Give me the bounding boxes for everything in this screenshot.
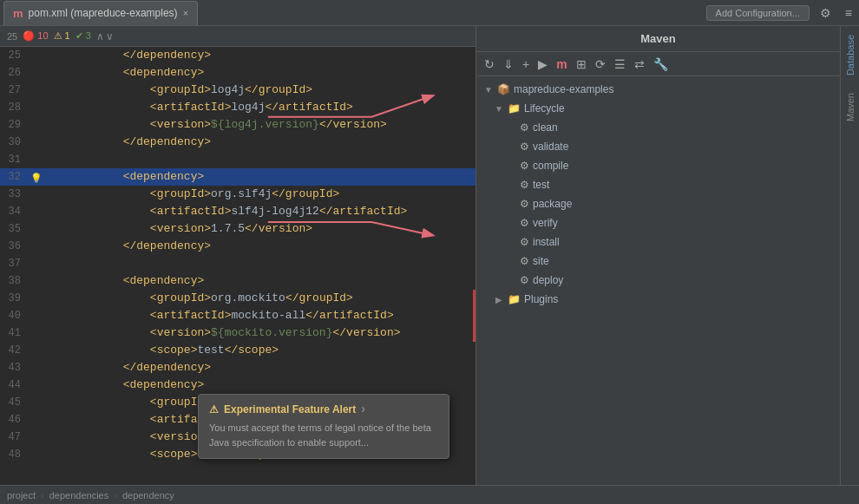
settings-button[interactable]: ⚙ (816, 4, 835, 22)
breadcrumb-dependency[interactable]: dependency (122, 490, 174, 501)
breadcrumb-dependencies[interactable]: dependencies (49, 490, 109, 501)
code-line-42: 42 <scope>test</scope> (0, 342, 475, 359)
line-number: 29 (3, 119, 28, 131)
tab-bar: m pom.xml (mapreduce-examples) × Add Con… (0, 0, 859, 26)
line-number: 33 (3, 188, 28, 200)
maven-lifecycle-deploy[interactable]: ⚙ deploy (476, 271, 840, 290)
line-number: 32 (3, 171, 28, 183)
code-text: <groupId>log4j</groupId> (42, 82, 475, 99)
plugins-label: Plugins (524, 293, 558, 305)
tab-label: pom.xml (mapreduce-examples) (29, 7, 178, 19)
pom-xml-tab[interactable]: m pom.xml (mapreduce-examples) × (3, 1, 198, 25)
maven-tree: ▼ 📦 mapreduce-examples ▼ 📁 Lifecycle ⚙ c… (476, 76, 840, 485)
code-line-30: 30 </dependency> (0, 134, 475, 151)
code-text: <dependency> (42, 168, 475, 186)
lifecycle-label: Lifecycle (524, 102, 565, 115)
add-configuration-button[interactable]: Add Configuration... (706, 5, 810, 21)
maven-tree-root[interactable]: ▼ 📦 mapreduce-examples (476, 80, 840, 99)
code-line-37: 37 (0, 255, 475, 272)
editor-area: 25 🔴 10 ⚠ 1 ✔ 3 ∧ ∨ 25 </dependency>26 <… (0, 26, 475, 485)
maven-lifecycle-verify[interactable]: ⚙ verify (476, 213, 840, 232)
line-number: 34 (3, 206, 28, 218)
more-options-button[interactable]: ≡ (842, 4, 856, 22)
maven-lifecycle-compile[interactable]: ⚙ compile (476, 156, 840, 175)
code-line-41: 41 <version>${mockito.version}</version> (0, 324, 475, 342)
global-toolbar-icons: ⚙ ≡ (816, 4, 856, 22)
line-number: 43 (3, 362, 28, 374)
code-line-38: 38 <dependency> (0, 272, 475, 290)
line-number: 48 (3, 448, 28, 461)
warning-count-badge: ⚠ 1 (54, 30, 70, 42)
validate-gear-icon: ⚙ (520, 141, 529, 153)
code-text: </dependency> (42, 238, 475, 255)
line-number: 27 (3, 84, 28, 96)
code-line-26: 26 <dependency> (0, 64, 475, 82)
maven-lifecycle-clean[interactable]: ⚙ clean (476, 118, 840, 137)
maven-plugins-group[interactable]: ▶ 📁 Plugins (476, 290, 840, 309)
breadcrumb-project[interactable]: project (7, 490, 36, 501)
code-line-33: 33 <groupId>org.slf4j</groupId> (0, 186, 475, 203)
maven-list-button[interactable]: ☰ (612, 56, 628, 72)
maven-lifecycle-test[interactable]: ⚙ test (476, 175, 840, 194)
alert-body: You must accept the terms of legal notic… (209, 421, 438, 449)
maven-toggle-button[interactable]: ⊞ (574, 56, 589, 72)
clean-gear-icon: ⚙ (520, 121, 529, 134)
code-line-31: 31 (0, 151, 475, 168)
maven-m-button[interactable]: m (554, 56, 569, 72)
line-number: 37 (3, 258, 28, 270)
code-text: </dependency> (42, 134, 475, 151)
database-sidebar-label[interactable]: Database (845, 35, 856, 75)
maven-add-button[interactable]: + (520, 56, 532, 72)
tree-expand-lifecycle: ▼ (494, 104, 504, 114)
line-number: 38 (3, 275, 28, 287)
maven-lifecycle-install[interactable]: ⚙ install (476, 232, 840, 252)
maven-project-icon: 📦 (497, 83, 510, 95)
deploy-label: deploy (533, 274, 563, 286)
nav-up-button[interactable]: ∧ (96, 30, 104, 43)
code-text: <artifactId>mockito-all</artifactId> (42, 307, 475, 324)
maven-lifecycle-group[interactable]: ▼ 📁 Lifecycle (476, 99, 840, 118)
maven-sidebar-label[interactable]: Maven (845, 93, 856, 121)
maven-lifecycle-site[interactable]: ⚙ site (476, 252, 840, 271)
maven-swap-button[interactable]: ⇄ (632, 56, 647, 72)
line-number: 40 (3, 310, 28, 322)
tab-close-button[interactable]: × (183, 8, 188, 18)
code-text: <artifactId>slf4j-log4j12</artifactId> (42, 203, 475, 220)
maven-refresh-button[interactable]: ↻ (482, 56, 497, 72)
code-line-40: 40 <artifactId>mockito-all</artifactId> (0, 307, 475, 324)
maven-wrench-button[interactable]: 🔧 (651, 56, 671, 72)
test-gear-icon: ⚙ (520, 179, 529, 191)
maven-run-button[interactable]: ▶ (535, 56, 550, 72)
experimental-feature-alert: ⚠ Experimental Feature Alert › You must … (198, 394, 449, 459)
compile-gear-icon: ⚙ (520, 160, 529, 172)
code-line-44: 44 <dependency> (0, 376, 475, 394)
right-sidebar: Database Maven (840, 26, 859, 485)
line-number: 26 (3, 67, 28, 79)
code-line-25: 25 </dependency> (0, 47, 475, 64)
error-marker (473, 307, 475, 324)
plugins-expand: ▶ (494, 295, 504, 304)
editor-toolbar: 25 🔴 10 ⚠ 1 ✔ 3 ∧ ∨ (0, 26, 475, 47)
alert-title: ⚠ Experimental Feature Alert › (209, 403, 438, 416)
site-label: site (533, 255, 549, 267)
line-number: 39 (3, 292, 28, 304)
code-text: <version>${log4j.version}</version> (42, 116, 475, 134)
code-line-35: 35 <version>1.7.5</version> (0, 220, 475, 238)
code-text: <version>${mockito.version}</version> (42, 324, 475, 342)
status-bar: project › dependencies › dependency (0, 485, 859, 504)
code-line-27: 27 <groupId>log4j</groupId> (0, 82, 475, 99)
maven-toolbar: ↻ ⇓ + ▶ m ⊞ ⟳ ☰ ⇄ 🔧 (476, 52, 840, 76)
maven-sync-button[interactable]: ⟳ (593, 56, 608, 72)
nav-down-button[interactable]: ∨ (106, 30, 114, 43)
maven-download-button[interactable]: ⇓ (501, 56, 516, 72)
code-line-32: 32💡 <dependency> (0, 168, 475, 186)
bulb-icon[interactable]: 💡 (30, 173, 39, 181)
maven-root-label: mapreduce-examples (514, 83, 613, 95)
code-text: <dependency> (42, 64, 475, 82)
maven-lifecycle-validate[interactable]: ⚙ validate (476, 137, 840, 156)
warning-icon: ⚠ (209, 403, 219, 416)
alert-expand-button[interactable]: › (361, 402, 365, 416)
gutter: 💡 (28, 173, 42, 181)
code-line-28: 28 <artifactId>log4j</artifactId> (0, 99, 475, 116)
maven-lifecycle-package[interactable]: ⚙ package (476, 194, 840, 213)
